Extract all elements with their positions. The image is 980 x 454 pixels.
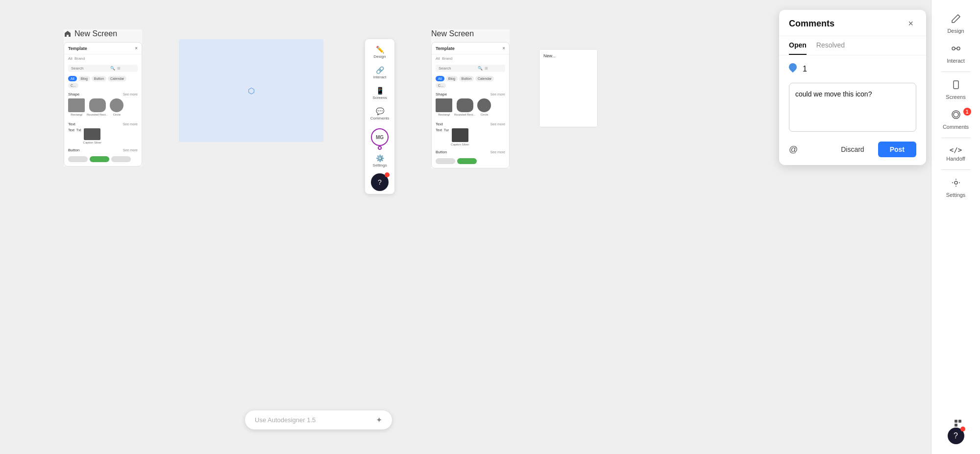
template-close-btn-2[interactable]: × — [502, 46, 505, 51]
pencil-icon: ✏️ — [376, 46, 384, 53]
button-see-more[interactable]: See more — [123, 148, 138, 152]
tag-all-2[interactable]: All — [436, 76, 444, 81]
template-section-button: Button See more — [64, 146, 142, 166]
template-section-text-2: Text See more Text Tur Caption Silver — [432, 120, 509, 148]
comment-text: could we move this icon? — [795, 89, 910, 99]
template-section-text: Text See more Text Txt Caption Silver — [64, 120, 142, 146]
comments-panel-close[interactable]: × — [905, 18, 916, 30]
template-close-btn[interactable]: × — [135, 46, 138, 51]
corner-icon — [954, 419, 958, 424]
toolbar-comments[interactable]: 1 Comments — [934, 106, 978, 134]
btn-gray-3[interactable] — [436, 158, 455, 164]
settings-gear-icon — [951, 178, 961, 190]
svg-rect-7 — [955, 420, 957, 423]
toolbar-design[interactable]: Design — [934, 10, 978, 38]
comments-panel-header: Comments × — [779, 10, 926, 36]
search-icon: 🔍 — [110, 66, 115, 71]
comments-body: 1 could we move this icon? @ Discard Pos… — [779, 55, 926, 165]
main-canvas-view[interactable]: ⬡ — [179, 39, 323, 142]
tag-blog[interactable]: Blog — [78, 76, 90, 81]
comment-actions: @ Discard Post — [789, 138, 916, 157]
comments-panel-title: Comments — [789, 19, 834, 29]
user-avatar[interactable]: MG — [371, 128, 389, 146]
shape-rounded[interactable]: Rounded Rect... — [87, 98, 108, 116]
tag-calendar-2[interactable]: Calendar — [475, 76, 494, 81]
text-item-caption[interactable]: Caption Silver — [83, 128, 101, 144]
screen-card-1: New Screen Template × All Brand 🔍 ⊞ All … — [64, 29, 142, 167]
settings-icon: ⚙️ — [376, 154, 384, 162]
button-items — [68, 154, 138, 164]
text-item-2[interactable]: Txt — [76, 128, 81, 144]
canvas-tool-design[interactable]: ✏️ Design — [370, 42, 390, 62]
canvas-tool-settings[interactable]: ⚙️ Settings — [370, 151, 390, 170]
btn-gray-2[interactable] — [111, 156, 131, 162]
comment-input-area[interactable]: could we move this icon? — [789, 83, 916, 132]
template-filter: All Brand — [64, 54, 142, 63]
shape-rounded-2[interactable]: Rounded Rect... — [454, 98, 475, 116]
svg-point-0 — [952, 47, 955, 50]
tab-resolved[interactable]: Resolved — [816, 36, 845, 55]
post-button[interactable]: Post — [878, 142, 916, 157]
at-mention-icon[interactable]: @ — [789, 144, 798, 155]
toolbar-screens[interactable]: Screens — [934, 76, 978, 104]
shape-rectangle[interactable]: Rectangl — [68, 98, 85, 116]
template-tags-2: All Blog Button Calendar C... — [432, 74, 509, 90]
template-section-button-2: Button See more — [432, 148, 509, 168]
canvas-tool-interact[interactable]: 🔗 Interact — [370, 63, 390, 82]
screen-label-1: New Screen — [64, 29, 142, 38]
text-item-1[interactable]: Text — [68, 128, 74, 144]
comments-icon: 💬 — [376, 107, 384, 115]
help-button[interactable]: ? — [371, 173, 389, 191]
template-search[interactable]: 🔍 ⊞ — [68, 65, 138, 72]
toolbar-interact[interactable]: Interact — [934, 40, 978, 68]
shape-rectangle-2[interactable]: Rectangl — [436, 98, 452, 116]
button-see-more-2[interactable]: See more — [490, 150, 505, 154]
shape-circle-2[interactable]: Circle — [477, 98, 491, 116]
toolbar-handoff[interactable]: </> Handoff — [934, 142, 978, 166]
template-search-input[interactable] — [71, 66, 110, 71]
shape-circle[interactable]: Circle — [110, 98, 123, 116]
canvas-tool-screens[interactable]: 📱 Screens — [370, 83, 390, 103]
design-icon — [951, 14, 961, 26]
svg-point-5 — [954, 112, 958, 117]
ai-input-bar[interactable]: Use Autodesigner 1.5 ✦ — [245, 410, 392, 430]
template-section-shape: Shape See more Rectangl Rounded Rect... … — [64, 90, 142, 120]
text-see-more-2[interactable]: See more — [490, 122, 505, 126]
screens-icon: 📱 — [376, 87, 384, 95]
btn-green-2[interactable] — [457, 158, 477, 164]
grid-icon: ⊞ — [117, 66, 121, 71]
shape-see-more-2[interactable]: See more — [490, 93, 505, 96]
bottom-help-btn[interactable]: ? — [948, 428, 964, 444]
tag-more[interactable]: C... — [68, 83, 78, 88]
template-search-input-2[interactable] — [439, 66, 478, 71]
btn-gray[interactable] — [68, 156, 88, 162]
text-item-b[interactable]: Tur — [444, 128, 449, 146]
template-search-2[interactable]: 🔍 ⊞ — [436, 65, 505, 72]
text-item-caption-2[interactable]: Caption Silver — [451, 128, 469, 146]
btn-green[interactable] — [90, 156, 109, 162]
svg-rect-3 — [954, 81, 958, 89]
svg-point-1 — [957, 47, 960, 50]
comments-badge: 1 — [963, 108, 971, 116]
shape-see-more[interactable]: See more — [123, 93, 138, 96]
comment-pin-icon — [787, 62, 799, 73]
text-see-more[interactable]: See more — [123, 122, 138, 126]
canvas-tool-comments[interactable]: 💬 Comments — [370, 104, 390, 123]
tag-more-2[interactable]: C... — [436, 83, 446, 88]
tab-open[interactable]: Open — [789, 36, 807, 55]
interact-icon: 🔗 — [376, 66, 384, 74]
comments-panel: Comments × Open Resolved 1 could we move… — [779, 10, 926, 165]
text-item-a[interactable]: Text — [436, 128, 442, 146]
tag-button-2[interactable]: Button — [459, 76, 474, 81]
tag-blog-2[interactable]: Blog — [446, 76, 458, 81]
screen-card-3: New... — [539, 49, 598, 127]
template-panel-1: Template × All Brand 🔍 ⊞ All Blog Button… — [64, 42, 142, 167]
tag-all[interactable]: All — [68, 76, 77, 81]
tag-button[interactable]: Button — [92, 76, 106, 81]
toolbar-settings[interactable]: Settings — [934, 174, 978, 202]
tag-calendar[interactable]: Calendar — [108, 76, 126, 81]
template-panel-2: Template × All Brand 🔍 ⊞ All Blog Button… — [431, 42, 510, 168]
help-notification-dot — [960, 427, 965, 431]
text-items-2: Text Tur Caption Silver — [436, 128, 505, 146]
discard-button[interactable]: Discard — [831, 142, 874, 157]
